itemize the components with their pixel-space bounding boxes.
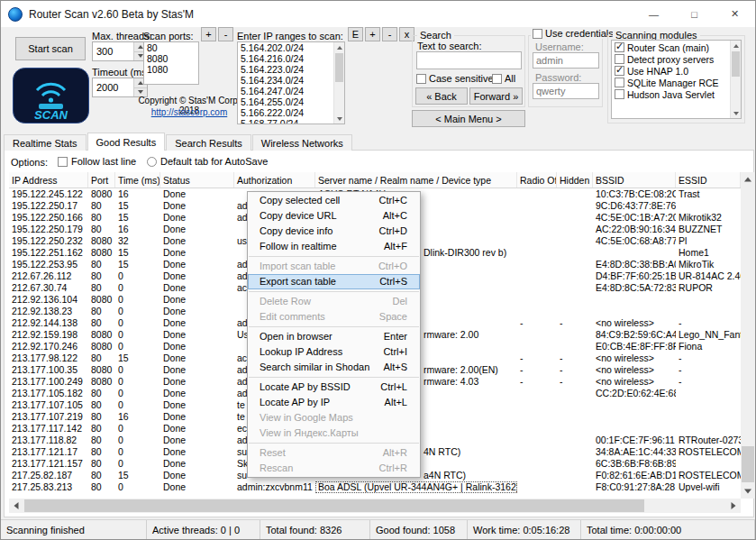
menu-item[interactable]: Import scan tableCtrl+O (248, 259, 420, 274)
column-header[interactable]: Server name / Realm name / Device type (315, 172, 517, 188)
ip-ranges-scrollbar[interactable] (333, 42, 344, 124)
module-checkbox[interactable] (615, 42, 624, 52)
remove-port-button[interactable]: - (218, 27, 233, 41)
scroll-left-icon[interactable] (9, 499, 23, 513)
ip-range-item[interactable]: 5.168.77.0/24 (238, 118, 333, 124)
horizontal-scrollbar[interactable] (9, 499, 741, 513)
remove-ip-range-button[interactable]: - (382, 27, 397, 41)
menu-item[interactable]: Open in browserEnter (248, 329, 420, 344)
column-header[interactable]: Time (ms) (115, 172, 160, 188)
add-ip-range-button[interactable]: + (365, 27, 380, 41)
scroll-up-icon[interactable] (731, 41, 741, 50)
menu-item[interactable]: Copy selected cellCtrl+C (248, 193, 420, 208)
tab-wireless-networks[interactable]: Wireless Networks (252, 134, 352, 151)
case-sensitive-checkbox[interactable] (416, 74, 426, 84)
default-tab-autosave-radio[interactable] (147, 157, 157, 167)
ip-range-item[interactable]: 5.166.222.0/24 (238, 107, 333, 118)
vertical-scrollbar[interactable] (741, 172, 755, 499)
table-cell: 0 (115, 317, 160, 329)
menu-item[interactable]: Export scan tableCtrl+S (248, 274, 420, 289)
column-header[interactable]: Hidden (557, 172, 593, 188)
main-menu-button[interactable]: < Main Menu > (412, 110, 525, 127)
tab-good-results[interactable]: Good Results (87, 133, 166, 151)
module-item[interactable]: Hudson Java Servlet (613, 88, 729, 100)
modules-list[interactable]: Router Scan (main)Detect proxy serversUs… (611, 40, 742, 119)
ip-range-item[interactable]: 5.164.247.0/24 (238, 86, 333, 96)
add-port-button[interactable]: + (201, 27, 216, 41)
column-header[interactable]: Status (160, 172, 234, 188)
ip-range-item[interactable]: 5.164.202.0/24 (238, 42, 333, 53)
ip-range-item[interactable]: 5.164.234.0/24 (238, 75, 333, 86)
module-item[interactable]: Detect proxy servers (613, 53, 729, 65)
scroll-thumb[interactable] (24, 499, 644, 512)
ip-range-item[interactable]: 5.164.255.0/24 (238, 96, 333, 107)
column-header[interactable]: ESSID (676, 172, 741, 188)
module-checkbox[interactable] (615, 54, 624, 64)
close-icon[interactable]: ✕ (715, 1, 755, 27)
menu-item[interactable]: ResetAlt+R (248, 445, 420, 461)
scroll-up-icon[interactable] (334, 42, 344, 52)
menu-item[interactable]: Edit commentsSpace (248, 309, 420, 325)
module-checkbox[interactable] (615, 89, 624, 99)
credentials-group: Use credentials Username: Password: (528, 35, 603, 107)
table-cell: 213.177.117.142 (9, 423, 88, 435)
column-header[interactable]: Port (88, 172, 115, 188)
search-forward-button[interactable]: Forward » (469, 87, 523, 105)
menu-item[interactable]: View in Яндекс.Карты (248, 426, 420, 441)
column-header[interactable]: IP Address (9, 172, 88, 188)
follow-last-line-checkbox[interactable] (58, 157, 68, 167)
username-input[interactable] (533, 52, 599, 69)
scroll-right-icon[interactable] (726, 499, 741, 513)
table-cell: 212.92.170.246 (9, 341, 88, 352)
edit-ip-ranges-button[interactable]: E (348, 27, 363, 41)
port-list-item[interactable]: 8080 (144, 53, 198, 64)
table-row[interactable]: 217.25.83.213800Doneadmin:zxcvbnm11Boa A… (9, 481, 741, 493)
tab-search-results[interactable]: Search Results (166, 134, 251, 151)
start-scan-button[interactable]: Start scan (15, 37, 86, 60)
search-all-checkbox[interactable] (492, 74, 502, 84)
scroll-down-icon[interactable] (731, 108, 741, 118)
ports-list[interactable]: 8080801080 (143, 41, 199, 85)
max-threads-spinner[interactable]: 300 (92, 41, 148, 61)
module-item[interactable]: Router Scan (main) (613, 41, 729, 53)
scroll-down-icon[interactable] (741, 484, 755, 499)
tab-realtime-stats[interactable]: Realtime Stats (4, 134, 87, 151)
menu-item[interactable]: RescanCtrl+R (248, 461, 420, 476)
modules-scrollbar[interactable] (730, 41, 741, 118)
ip-range-item[interactable]: 5.164.216.0/24 (238, 53, 333, 64)
ip-range-item[interactable]: 5.164.223.0/24 (238, 64, 333, 75)
menu-item[interactable]: Follow in realtimeAlt+F (248, 239, 420, 254)
ip-ranges-list[interactable]: 5.164.202.0/245.164.216.0/245.164.223.0/… (237, 41, 345, 124)
scroll-up-icon[interactable] (741, 172, 755, 187)
menu-item[interactable]: Locate AP by BSSIDCtrl+L (248, 380, 420, 395)
website-link[interactable]: http://stascorp.com (132, 107, 246, 117)
menu-item[interactable]: Delete RowDel (248, 294, 420, 309)
port-list-item[interactable]: 1080 (144, 64, 198, 75)
scroll-thumb[interactable] (742, 446, 754, 482)
scroll-down-icon[interactable] (334, 114, 344, 124)
menu-item[interactable]: Locate AP by IPAlt+L (248, 395, 420, 410)
maximize-icon[interactable]: □ (674, 1, 715, 27)
module-checkbox[interactable] (615, 78, 624, 87)
module-item[interactable]: SQLite Manager RCE (613, 77, 729, 88)
menu-item[interactable]: View in Google Maps (248, 410, 420, 426)
use-credentials-checkbox[interactable] (533, 29, 542, 39)
port-list-item[interactable]: 80 (144, 42, 198, 53)
module-item[interactable]: Use HNAP 1.0 (613, 65, 729, 77)
table-cell: BUZZNET (676, 224, 741, 235)
scroll-thumb[interactable] (335, 53, 343, 82)
search-back-button[interactable]: « Back (415, 87, 468, 105)
column-header[interactable]: Authorization (234, 172, 315, 188)
menu-item[interactable]: Copy device infoCtrl+D (248, 224, 420, 239)
password-input[interactable] (533, 83, 599, 99)
scroll-thumb[interactable] (732, 51, 740, 77)
menu-item[interactable]: Lookup IP AddressCtrl+I (248, 344, 420, 360)
column-header[interactable]: BSSID (593, 172, 676, 188)
column-header[interactable]: Radio Off (517, 172, 557, 188)
menu-item[interactable]: Search similar in ShodanAlt+S (248, 360, 420, 375)
module-checkbox[interactable] (615, 66, 624, 76)
minimize-icon[interactable]: — (633, 1, 674, 27)
search-input[interactable] (416, 51, 522, 69)
timeout-spinner[interactable]: 2000 (92, 78, 148, 97)
menu-item[interactable]: Copy device URLAlt+C (248, 208, 420, 224)
